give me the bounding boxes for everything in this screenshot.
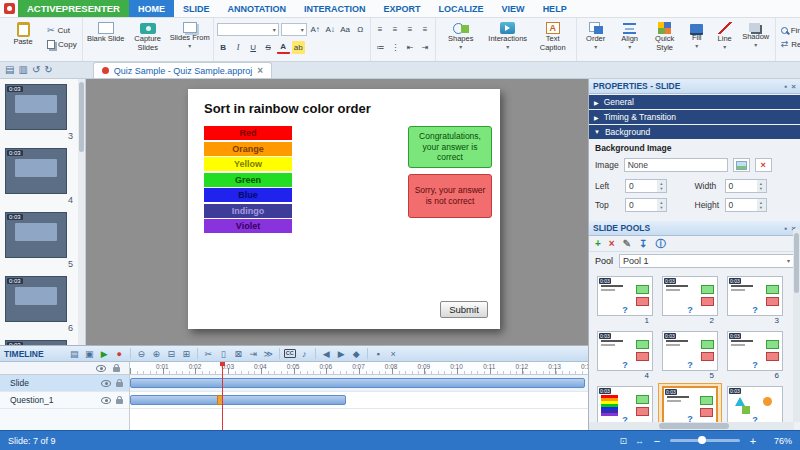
position-spinner[interactable]: 0 ▴▾ <box>725 198 767 212</box>
choose-image-button[interactable] <box>733 158 750 172</box>
change-speed-icon[interactable]: ≫ <box>262 347 275 361</box>
spinner-arrows-icon[interactable]: ▴▾ <box>757 199 766 211</box>
quick-style-button[interactable]: Quick Style <box>648 20 682 58</box>
slide-thumbnail[interactable]: 0:03 4 <box>5 148 77 205</box>
zoom-in-button[interactable]: + <box>748 435 758 447</box>
separator[interactable] <box>367 348 368 359</box>
split-icon[interactable]: ✂ <box>202 347 215 361</box>
pool-slide-thumbnail[interactable]: 0:03 ? 5 <box>658 328 722 382</box>
lock-column-icon[interactable] <box>113 367 120 372</box>
spinner-arrows-icon[interactable]: ▴▾ <box>657 180 666 192</box>
all-slides-icon[interactable]: ▤ <box>68 347 81 361</box>
pool-slide-thumbnail[interactable]: 0:03 ? 2 <box>658 273 722 327</box>
menu-item[interactable]: EXPORT <box>375 0 430 17</box>
slide-thumbnail[interactable]: 0:03 3 <box>5 84 77 141</box>
app-logo-icon[interactable] <box>4 3 15 14</box>
slide-thumbnail[interactable]: 0:03 5 <box>5 212 77 269</box>
color-bar[interactable]: Violet <box>204 219 292 233</box>
submit-button[interactable]: Submit <box>440 301 488 318</box>
color-bar[interactable]: Green <box>204 173 292 187</box>
lock-toggle-icon[interactable] <box>116 399 123 404</box>
fit-slide-icon[interactable]: ⊡ <box>619 436 627 446</box>
zoom-slider-knob[interactable] <box>698 436 706 444</box>
order-button[interactable]: Order ▾ <box>580 20 612 58</box>
indent-decrease-icon[interactable]: ⇤ <box>404 41 417 54</box>
zoom-in-icon[interactable]: ⊕ <box>150 347 163 361</box>
font-family-select[interactable]: ▾ <box>217 23 279 36</box>
separator[interactable] <box>130 348 131 359</box>
line-button[interactable]: Line ▾ <box>712 20 738 58</box>
menu-item[interactable]: LOCALIZE <box>430 0 493 17</box>
image-field[interactable]: None <box>624 158 728 172</box>
fit-width-icon[interactable]: ↔ <box>635 436 644 446</box>
shrink-font-icon[interactable]: A↓ <box>324 23 337 36</box>
shadow-button[interactable]: Shadow ▾ <box>740 20 772 58</box>
strikethrough-icon[interactable]: S <box>262 41 275 54</box>
color-bar[interactable]: Blue <box>204 188 292 202</box>
Question_1[interactable] <box>130 392 588 409</box>
separator[interactable] <box>197 348 198 359</box>
closed-caption-icon[interactable]: CC <box>284 349 296 358</box>
visibility-column-icon[interactable] <box>96 365 106 372</box>
align-left-icon[interactable]: ≡ <box>374 23 387 36</box>
position-spinner[interactable]: 0 ▴▾ <box>625 198 667 212</box>
blank-slide-button[interactable]: Blank Slide <box>86 20 126 58</box>
properties-section-bar[interactable]: ▼ Background <box>589 125 800 139</box>
pools-vertical-scrollbar[interactable] <box>793 229 800 422</box>
record-icon[interactable]: ● <box>113 347 126 361</box>
add-pool-icon[interactable]: + <box>595 238 601 249</box>
highlight-icon[interactable]: ab <box>292 41 305 54</box>
font-color-icon[interactable]: A <box>277 41 290 54</box>
color-bar[interactable]: Orange <box>204 142 292 156</box>
indent-increase-icon[interactable]: ⇥ <box>419 41 432 54</box>
remove-pool-icon[interactable]: × <box>609 238 615 249</box>
pools-horizontal-scrollbar[interactable] <box>589 422 794 430</box>
delete-range-icon[interactable]: ⊠ <box>232 347 245 361</box>
zoom-out-icon[interactable]: ⊖ <box>135 347 148 361</box>
play-icon[interactable]: ▶ <box>98 347 111 361</box>
join-icon[interactable]: ▯ <box>217 347 230 361</box>
align-center-icon[interactable]: ≡ <box>389 23 402 36</box>
shapes-button[interactable]: Shapes ▾ <box>439 20 483 58</box>
visibility-toggle-icon[interactable] <box>101 397 111 404</box>
zoom-out-button[interactable]: − <box>652 435 662 447</box>
color-bar[interactable]: Indingo <box>204 204 292 218</box>
numbering-icon[interactable]: ⋮ <box>389 41 402 54</box>
slide-thumbnail[interactable]: 0:03 6 <box>5 276 77 333</box>
pin-icon[interactable]: ▪ <box>784 82 787 91</box>
prev-object-icon[interactable]: ◀ <box>320 347 333 361</box>
position-spinner[interactable]: 0 ▴▾ <box>625 179 667 193</box>
next-object-icon[interactable]: ▶ <box>335 347 348 361</box>
menu-item[interactable]: ANNOTATION <box>218 0 295 17</box>
spinner-arrows-icon[interactable]: ▴▾ <box>657 199 666 211</box>
find-button[interactable]: Find <box>779 24 800 36</box>
change-case-icon[interactable]: Aa <box>339 23 352 36</box>
info-icon[interactable]: ⓘ <box>655 237 665 251</box>
Question_1[interactable]: Question_1 <box>0 392 129 409</box>
font-size-select[interactable]: ▾ <box>281 23 307 36</box>
color-bar[interactable]: Red <box>204 126 292 140</box>
lock-toggle-icon[interactable] <box>116 382 123 387</box>
timeline-object-bar[interactable] <box>130 378 585 388</box>
zoom-slider[interactable] <box>670 439 740 442</box>
pin-icon[interactable]: ▪ <box>784 224 787 233</box>
capture-slides-button[interactable]: Capture Slides <box>128 20 168 58</box>
pool-slide-thumbnail[interactable]: 0:03 ? 1 <box>593 273 657 327</box>
rename-pool-icon[interactable]: ✎ <box>623 238 631 249</box>
timeline-object-bar[interactable] <box>130 395 346 405</box>
fill-button[interactable]: Fill ▾ <box>684 20 710 58</box>
panes-icon[interactable]: ▤ <box>5 64 14 76</box>
remove-image-button[interactable]: × <box>755 158 772 172</box>
playhead[interactable] <box>222 362 223 430</box>
pool-select[interactable]: Pool 1 ▾ <box>619 254 794 268</box>
underline-icon[interactable]: U <box>247 41 260 54</box>
redo-icon[interactable]: ↻ <box>44 64 52 76</box>
visibility-toggle-icon[interactable] <box>101 380 111 387</box>
pool-slide-thumbnail[interactable]: 0:03 ? 6 <box>723 328 787 382</box>
zoom-fit-icon[interactable]: ⊞ <box>180 347 193 361</box>
align-right-icon[interactable]: ≡ <box>404 23 417 36</box>
spinner-arrows-icon[interactable]: ▴▾ <box>757 180 766 192</box>
slide-editor[interactable]: Sort in rainbow color order RedOrangeYel… <box>188 89 500 329</box>
close-icon[interactable]: × <box>791 82 796 91</box>
keyframe-icon[interactable]: ◆ <box>350 347 363 361</box>
